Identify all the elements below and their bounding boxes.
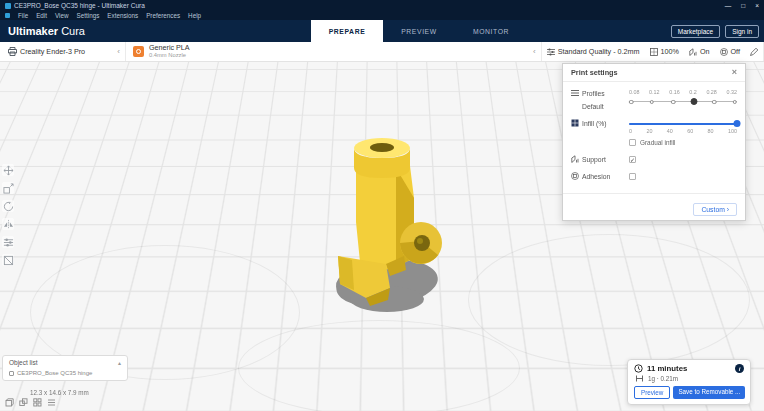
infill-label: Infill (%)	[582, 120, 607, 127]
profile-slider-dot[interactable]	[649, 100, 654, 105]
plate-marking-circle	[468, 234, 750, 366]
gradual-infill-row: Gradual infill	[629, 139, 737, 146]
infill-icon	[571, 119, 579, 127]
profile-slider-dot[interactable]	[712, 100, 717, 105]
object-list-item[interactable]: CE3PRO_Bose QC35 hinge	[3, 369, 127, 380]
menu-item-extensions[interactable]: Extensions	[107, 12, 138, 19]
tick-label: 0.16	[669, 89, 680, 95]
material-name: Generic PLA	[149, 44, 190, 52]
info-icon[interactable]: i	[735, 364, 744, 373]
menu-item-settings[interactable]: Settings	[77, 12, 100, 19]
model-cube-icon[interactable]	[4, 397, 14, 407]
model-list-settings-icon[interactable]	[46, 397, 56, 407]
clock-icon	[634, 364, 643, 373]
profiles-icon	[571, 89, 579, 97]
per-model-settings-icon[interactable]	[2, 236, 14, 248]
cura-window: CE3PRO_Bose QC35 hinge - Ultimaker Cura …	[0, 0, 764, 411]
support-blocker-icon[interactable]	[2, 254, 14, 266]
custom-settings-button[interactable]: Custom	[693, 203, 737, 216]
edit-settings-icon[interactable]	[750, 48, 758, 56]
profiles-label: Profiles	[582, 90, 605, 97]
printer-icon	[8, 47, 17, 56]
maximize-icon[interactable]	[741, 0, 745, 11]
tick-label: 0.12	[649, 89, 660, 95]
arrange-models-icon[interactable]	[32, 397, 42, 407]
duplicate-model-icon[interactable]	[18, 397, 28, 407]
expand-object-list-icon[interactable]	[118, 359, 121, 366]
cura-app-icon	[5, 3, 11, 9]
print-time-label: 11 minutes	[647, 364, 687, 373]
support-summary: On	[700, 47, 710, 56]
adhesion-icon	[720, 48, 728, 56]
tick-label: 20	[646, 128, 652, 134]
brand-logo: UltimakerCura	[8, 25, 85, 37]
profiles-row: Profiles Default 0.08 0.12 0.16 0.2 0.28…	[571, 89, 737, 110]
infill-slider[interactable]	[629, 119, 737, 128]
model-3d-hinge[interactable]	[330, 138, 448, 308]
mirror-tool-icon[interactable]	[2, 218, 14, 230]
adhesion-row: Adhesion	[571, 172, 737, 180]
tab-prepare[interactable]: PREPARE	[311, 20, 383, 42]
tab-preview[interactable]: PREVIEW	[383, 20, 455, 42]
support-icon	[571, 155, 579, 163]
material-brand-icon	[133, 46, 144, 57]
tool-column	[2, 164, 14, 266]
object-list-panel[interactable]: Object list CE3PRO_Bose QC35 hinge	[2, 355, 128, 381]
menu-item-help[interactable]: Help	[188, 12, 201, 19]
rotate-tool-icon[interactable]	[2, 200, 14, 212]
support-label: Support	[582, 156, 606, 163]
profile-slider-dot[interactable]	[629, 100, 634, 105]
gradual-infill-label: Gradual infill	[640, 139, 676, 146]
menu-item-view[interactable]: View	[55, 12, 69, 19]
profile-tick-labels: 0.08 0.12 0.16 0.2 0.28 0.32	[629, 89, 737, 97]
preview-button[interactable]: Preview	[634, 386, 670, 399]
selected-profile-label: Default	[582, 103, 629, 110]
model-item-icon	[9, 371, 14, 376]
print-settings-header: Print settings	[563, 64, 745, 82]
tick-label: 100	[728, 128, 737, 134]
adhesion-summary: Off	[731, 47, 740, 56]
viewport-corner-tools	[4, 397, 56, 407]
window-controls	[725, 0, 759, 11]
nozzle-name: 0.4mm Nozzle	[149, 52, 190, 59]
profile-slider-dot[interactable]	[671, 100, 676, 105]
gradual-infill-checkbox[interactable]	[629, 139, 636, 146]
tick-label: 0.28	[706, 89, 717, 95]
marketplace-button[interactable]: Marketplace	[671, 25, 720, 38]
title-bar: CE3PRO_Bose QC35 hinge - Ultimaker Cura	[0, 0, 764, 11]
output-summary-card: 11 minutes i 1g · 0.21m Preview Save to …	[627, 359, 751, 405]
scale-tool-icon[interactable]	[2, 182, 14, 194]
collapse-material-icon[interactable]	[533, 47, 536, 56]
menu-item-file[interactable]: File	[18, 12, 28, 19]
infill-slider-handle[interactable]	[734, 120, 741, 127]
menu-item-preferences[interactable]: Preferences	[146, 12, 180, 19]
adhesion-label: Adhesion	[582, 173, 610, 180]
support-checkbox[interactable]	[629, 156, 636, 163]
profile-summary: Standard Quality - 0.2mm	[558, 47, 640, 56]
profile-slider-dot[interactable]	[690, 98, 697, 105]
print-settings-summary[interactable]: Standard Quality - 0.2mm 100% On Off	[542, 42, 764, 61]
minimize-icon[interactable]	[725, 0, 732, 11]
tab-monitor[interactable]: MONITOR	[455, 20, 527, 42]
profile-slider-dot[interactable]	[733, 100, 738, 105]
infill-tick-labels: 0 20 40 60 80 100	[629, 128, 737, 136]
tick-label: 0.2	[689, 89, 697, 95]
tick-label: 40	[667, 128, 673, 134]
object-list-title: Object list	[9, 359, 38, 366]
tick-label: 60	[687, 128, 693, 134]
collapse-printer-icon[interactable]	[117, 47, 120, 56]
move-tool-icon[interactable]	[2, 164, 14, 176]
signin-button[interactable]: Sign in	[725, 25, 759, 38]
material-selector[interactable]: Generic PLA 0.4mm Nozzle	[126, 42, 542, 61]
close-panel-icon[interactable]	[732, 69, 737, 76]
profile-slider[interactable]	[629, 97, 737, 106]
menu-bar: File Edit View Settings Extensions Prefe…	[0, 11, 764, 20]
header-actions: Marketplace Sign in	[671, 25, 759, 38]
menu-app-icon	[5, 13, 10, 18]
adhesion-checkbox[interactable]	[629, 173, 636, 180]
menu-item-edit[interactable]: Edit	[36, 12, 47, 19]
close-icon[interactable]	[755, 0, 759, 11]
adhesion-icon	[571, 172, 579, 180]
printer-selector[interactable]: Creality Ender-3 Pro	[0, 42, 126, 61]
save-to-removable-button[interactable]: Save to Removable ...	[673, 386, 745, 399]
